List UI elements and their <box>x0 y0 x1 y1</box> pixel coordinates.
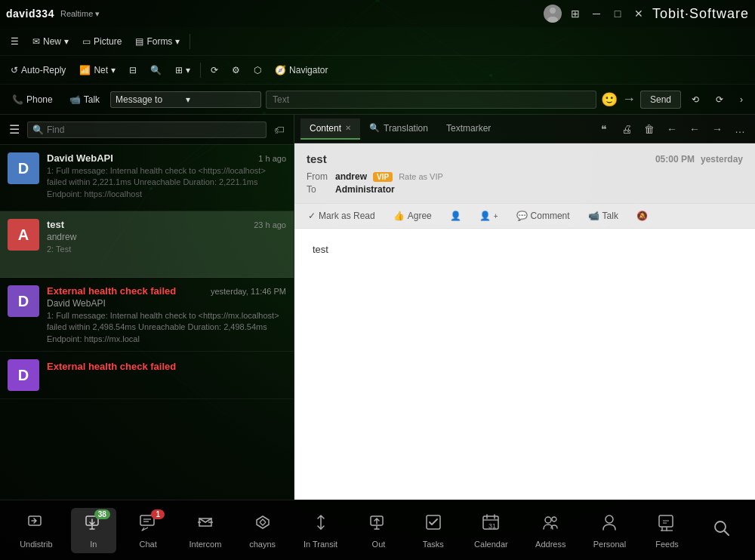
shield-btn[interactable]: ⬡ <box>248 63 267 78</box>
search-input[interactable] <box>47 125 261 135</box>
email-icon: ✉ <box>32 36 40 47</box>
taskbar-undistrib[interactable]: Undistrib <box>11 508 61 553</box>
quote-btn[interactable]: ❝ <box>595 120 613 138</box>
list-menu-btn[interactable]: ☰ <box>6 119 23 140</box>
message-text-input[interactable] <box>266 91 596 109</box>
message-view-panel: Content ✕ 🔍 Translation Textmarker ❝ 🖨 🗑… <box>294 115 755 500</box>
new-button[interactable]: ✉ New ▾ <box>26 34 75 49</box>
taskbar-feeds[interactable]: Feeds <box>644 508 689 553</box>
taskbar-in[interactable]: 38 In <box>71 508 116 553</box>
user-avatar[interactable] <box>544 5 562 23</box>
taskbar-chayns[interactable]: chayns <box>240 508 285 553</box>
taskbar-in-transit[interactable]: In Transit <box>294 508 347 553</box>
tab-close-icon[interactable]: ✕ <box>345 124 351 132</box>
net-icon: 📶 <box>79 65 91 75</box>
person-btn[interactable]: 👤 <box>445 208 466 223</box>
minimize-btn[interactable]: ─ <box>589 6 604 21</box>
autoreply-icon: ↺ <box>11 65 18 75</box>
message-subject: test <box>307 152 327 165</box>
forward-btn[interactable]: → <box>708 120 726 138</box>
forms-button[interactable]: ▤ Forms ▾ <box>129 34 186 49</box>
chevron-down-icon: ▾ <box>186 65 190 75</box>
extra-btn[interactable]: ⊞ ▾ <box>169 63 196 78</box>
sender-name: David WebAPI <box>47 152 113 164</box>
net-button[interactable]: 📶 Net ▾ <box>73 63 122 78</box>
message-preview: 1: Full message: Internal health check t… <box>47 165 286 198</box>
message-preview: 2: Test <box>47 244 286 255</box>
redo-btn[interactable]: ⟳ <box>710 92 729 107</box>
list-item[interactable]: A test 23 h ago andrew 2: Test <box>0 211 294 278</box>
tab-content[interactable]: Content ✕ <box>300 118 360 140</box>
taskbar-search[interactable] <box>699 514 744 547</box>
comment-icon: 💬 <box>516 211 528 221</box>
agree-btn[interactable]: 👍 Agree <box>389 208 436 223</box>
sender-sub: David WebAPI <box>47 298 286 309</box>
from-name: andrew <box>335 171 367 182</box>
back-btn[interactable]: ← <box>663 120 681 138</box>
picture-icon: ▭ <box>82 36 91 47</box>
content-tab-label: Content <box>310 123 341 134</box>
rate-vip-link[interactable]: Rate as VIP <box>399 172 443 181</box>
svg-point-21 <box>547 17 558 23</box>
mark-read-btn[interactable]: ✓ Mark as Read <box>304 208 380 223</box>
talk-button[interactable]: 📹 Talk <box>63 92 106 107</box>
phone-button[interactable]: 📞 Phone <box>6 92 59 107</box>
more-btn[interactable]: … <box>731 120 749 138</box>
svg-point-37 <box>552 517 556 522</box>
taskbar-address[interactable]: Address <box>526 508 575 553</box>
chevron-down-icon: ▾ <box>186 94 256 105</box>
bell-off-btn[interactable]: 🔕 <box>632 208 652 223</box>
talk-btn[interactable]: 📹 Talk <box>584 208 623 223</box>
taskbar-calendar[interactable]: 31 Calendar <box>465 508 517 553</box>
out-label: Out <box>372 540 386 549</box>
message-time: 23 h ago <box>254 220 286 229</box>
hamburger-menu[interactable]: ☰ <box>5 34 25 49</box>
comment-btn[interactable]: 💬 Comment <box>512 208 575 223</box>
message-list-panel: ☰ 🔍 🏷 D David WebAPI 1 h ago 1: Full mes… <box>0 115 294 500</box>
print-btn[interactable]: 🖨 <box>618 120 636 138</box>
next-btn[interactable]: › <box>734 92 749 107</box>
tab-translation[interactable]: 🔍 Translation <box>360 118 437 140</box>
maximize-btn[interactable]: □ <box>610 6 625 21</box>
list-item[interactable]: D External health check failed yesterday… <box>0 278 294 352</box>
taskbar-chat[interactable]: 1 Chat <box>125 508 171 553</box>
filter-tag-icon[interactable]: 🏷 <box>271 121 288 139</box>
person-icon: 👤 <box>450 211 461 221</box>
taskbar-tasks[interactable]: Tasks <box>411 508 456 553</box>
settings-btn[interactable]: ⚙ <box>226 63 246 78</box>
message-date: yesterday <box>701 154 743 165</box>
calendar-icon: 31 <box>481 512 501 537</box>
delete-btn[interactable]: 🗑 <box>640 120 658 138</box>
list-item[interactable]: D External health check failed <box>0 352 294 399</box>
extra-icon: ⊞ <box>175 65 183 75</box>
send-button[interactable]: Send <box>640 91 681 109</box>
message-header-row: test 23 h ago <box>47 219 286 230</box>
undo-btn[interactable]: ⟲ <box>686 92 705 107</box>
search-box[interactable]: 🔍 <box>27 122 267 138</box>
list-item[interactable]: D David WebAPI 1 h ago 1: Full message: … <box>0 145 294 211</box>
search-btn-toolbar[interactable]: 🔍 <box>144 63 168 78</box>
in-transit-icon <box>311 512 331 537</box>
autoreply-button[interactable]: ↺ Auto-Reply <box>5 63 72 78</box>
sync-btn[interactable]: ⟳ <box>205 63 224 78</box>
reply-back-btn[interactable]: ← <box>686 120 704 138</box>
navigator-button[interactable]: 🧭 Navigator <box>269 63 334 78</box>
taskbar-personal[interactable]: Personal <box>584 508 635 553</box>
filter-button[interactable]: ⊟ <box>123 63 143 78</box>
close-btn[interactable]: ✕ <box>631 6 646 21</box>
picture-button[interactable]: ▭ Picture <box>76 34 128 49</box>
talk-icon: 📹 <box>69 94 81 105</box>
in-badge: 38 <box>94 509 110 519</box>
address-icon <box>541 512 560 537</box>
svg-point-38 <box>606 515 613 523</box>
emoji-icon[interactable]: 🙂 <box>601 91 618 108</box>
talk-icon: 📹 <box>588 211 599 221</box>
chat-label: Chat <box>140 540 157 549</box>
main-area: ☰ 🔍 🏷 D David WebAPI 1 h ago 1: Full mes… <box>0 115 755 500</box>
taskbar-intercom[interactable]: Intercom <box>180 508 231 553</box>
restore-btn[interactable]: ⊞ <box>568 6 583 21</box>
add-person-btn[interactable]: 👤 + <box>475 208 503 223</box>
tab-textmarker[interactable]: Textmarker <box>437 118 500 140</box>
taskbar-out[interactable]: Out <box>356 508 401 553</box>
message-to-select[interactable]: Message to ▾ <box>110 91 261 108</box>
